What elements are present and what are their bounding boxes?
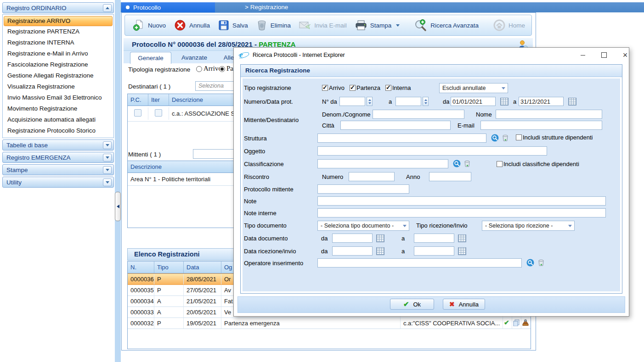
send-email-button[interactable]: Invia E-mail [296, 19, 350, 32]
iter-checkbox[interactable] [155, 109, 162, 117]
clear-trash-icon[interactable] [464, 160, 470, 168]
citta-input[interactable] [340, 121, 451, 130]
sidebar-collapse-handle[interactable] [115, 192, 121, 221]
dropdown-value: - Seleziona tipo documento - [321, 223, 394, 229]
expand-down-icon[interactable] [103, 166, 112, 174]
search-lens-icon[interactable] [453, 160, 461, 169]
data-a-input[interactable] [519, 97, 564, 106]
tab-generale[interactable]: Generale [130, 52, 171, 64]
minimize-button[interactable] [574, 49, 592, 61]
save-button[interactable]: Salva [215, 18, 251, 32]
tipo-documento-dropdown[interactable]: - Seleziona tipo documento - [317, 221, 409, 231]
email-icon [299, 20, 311, 30]
riscontro-anno-input[interactable] [429, 172, 471, 181]
arrivo-checkbox[interactable] [322, 85, 328, 91]
chevron-down-icon[interactable] [396, 24, 400, 27]
calendar-icon[interactable] [500, 98, 508, 106]
expand-down-icon[interactable] [103, 141, 112, 149]
table-row[interactable]: 0000032 P 19/05/2021 Partenza emergenza … [128, 318, 531, 329]
sidebar-item-fascicolazione[interactable]: Fascicolazione Registrazione [4, 59, 113, 70]
sidebar-item-registrazione-email[interactable]: Registrazione e-Mail in Arrivo [4, 48, 113, 59]
sidebar-item-protocollo-storico[interactable]: Registrazione Protocollo Storico [4, 125, 113, 136]
print-button[interactable]: Stampa [352, 18, 403, 32]
sidebar-section-registro-ordinario[interactable]: Registro ORDINARIO [2, 2, 114, 13]
check-icon[interactable]: ✔ [504, 319, 509, 326]
radio-partenza[interactable] [219, 66, 225, 72]
interna-checkbox[interactable] [385, 85, 391, 91]
expand-down-icon[interactable] [103, 178, 112, 186]
home-button[interactable]: Home [490, 18, 528, 33]
sidebar-item-gestione-allegati[interactable]: Gestione Allegati Registrazione [4, 70, 113, 81]
delete-button[interactable]: Elimina [253, 18, 294, 32]
note-interne-input[interactable] [317, 208, 606, 217]
calendar-icon[interactable] [376, 234, 384, 242]
classificazione-input[interactable] [317, 159, 448, 168]
partenza-label: Partenza [356, 84, 380, 91]
riscontro-label: Riscontro [244, 173, 269, 180]
button-label: Nuovo [148, 22, 166, 29]
collapse-up-icon[interactable] [103, 4, 112, 12]
calendar-icon[interactable] [376, 247, 384, 255]
numero-a-input[interactable] [395, 97, 421, 106]
email-input[interactable] [480, 121, 602, 130]
search-lens-icon[interactable] [526, 259, 534, 268]
numero-a-spinner[interactable] [423, 97, 429, 106]
numero-da-spinner[interactable] [367, 97, 373, 106]
maximize-button[interactable] [595, 49, 613, 61]
col-pc: P.C. [128, 94, 148, 106]
cancel-button[interactable]: Annulla [171, 18, 213, 33]
numero-da-input[interactable] [339, 97, 365, 106]
sidebar-item-visualizza[interactable]: Visualizza Registrazione [4, 81, 113, 92]
new-button[interactable]: Nuovo [130, 18, 169, 33]
tab-protocollo[interactable]: Protocollo [121, 2, 215, 12]
sidebar-item-acquisizione[interactable]: Acquisizione automatica allegati [4, 114, 113, 125]
partenza-checkbox[interactable] [350, 85, 356, 91]
close-button[interactable]: × [616, 49, 634, 61]
data-documento-da-input[interactable] [332, 234, 373, 243]
clear-trash-icon[interactable] [502, 134, 508, 143]
chevron-down-icon [568, 225, 572, 227]
data-documento-a-input[interactable] [414, 234, 454, 243]
sidebar-item-invio-massivo[interactable]: Invio Massivo Email 3d Elettronico [4, 92, 113, 103]
sidebar-item-movimento[interactable]: Movimento Registrazione [4, 103, 113, 114]
calendar-icon[interactable] [568, 98, 576, 106]
dialog-titlebar[interactable]: e Ricerca Protocolli - Internet Explorer [234, 48, 629, 62]
nome-input[interactable] [496, 110, 602, 119]
denom-input[interactable] [373, 110, 464, 119]
data-ricezione-a-input[interactable] [414, 246, 454, 256]
annulla-button[interactable]: ✖ Annulla [443, 299, 485, 310]
sidebar-section-utility[interactable]: Utility [2, 177, 114, 188]
protocollo-mittente-input[interactable] [317, 184, 409, 194]
radio-arrivo[interactable] [196, 66, 202, 72]
tipo-ricezione-dropdown[interactable]: - Seleziona tipo ricezione - [482, 221, 575, 231]
sidebar-section-stampe[interactable]: Stampe [2, 164, 114, 175]
operatore-input[interactable] [317, 258, 522, 267]
calendar-icon[interactable] [458, 234, 466, 242]
ok-button[interactable]: ✔ Ok [390, 299, 434, 310]
pc-checkbox[interactable] [134, 109, 141, 117]
note-input[interactable] [317, 196, 606, 206]
includi-strutture-checkbox[interactable] [516, 134, 522, 140]
advanced-search-button[interactable]: Ricerca Avanzata [411, 17, 482, 33]
sidebar-section-tabelle-di-base[interactable]: Tabelle di base [2, 139, 114, 150]
riscontro-numero-input[interactable] [349, 172, 395, 181]
dialog-section-header: Ricerca Registrazione [241, 65, 622, 77]
sidebar-item-registrazione-interna[interactable]: Registrazione INTERNA [4, 37, 113, 48]
calendar-icon[interactable] [458, 247, 466, 255]
tab-avanzate[interactable]: Avanzate [173, 52, 215, 63]
data-ricezione-da-input[interactable] [332, 246, 373, 256]
stato-dropdown[interactable]: Escludi annullate [439, 83, 508, 93]
copy-icon[interactable] [513, 319, 520, 326]
clear-trash-icon[interactable] [538, 259, 544, 267]
sidebar-item-registrazione-arrivo[interactable]: Registrazione ARRIVO [4, 16, 113, 26]
sidebar-section-registro-emergenza[interactable]: Registro EMERGENZA [2, 152, 114, 163]
expand-down-icon[interactable] [103, 154, 112, 162]
struttura-input[interactable] [317, 134, 486, 143]
search-lens-icon[interactable] [491, 134, 499, 143]
oggetto-input[interactable] [317, 146, 547, 156]
stamp-icon[interactable] [522, 319, 529, 326]
maximize-icon [601, 52, 607, 58]
includi-classifiche-checkbox[interactable] [497, 161, 503, 167]
sidebar-item-registrazione-partenza[interactable]: Registrazione PARTENZA [4, 26, 113, 37]
data-da-input[interactable] [451, 97, 496, 106]
